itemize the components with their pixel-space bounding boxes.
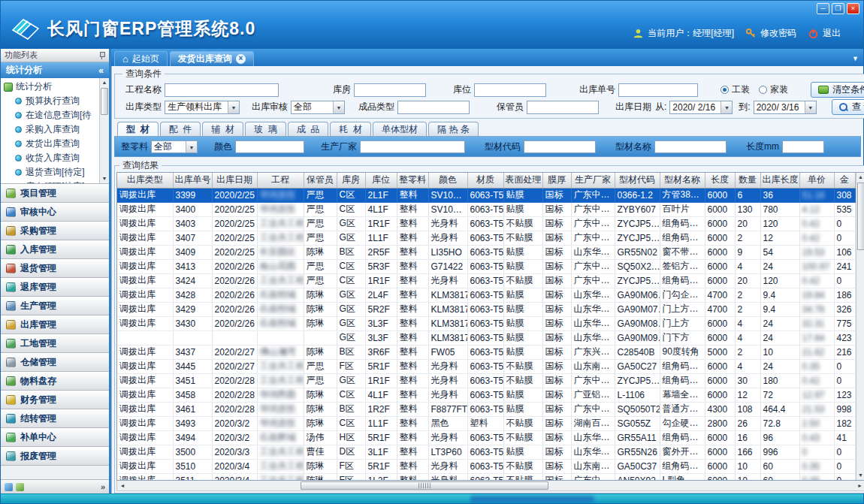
sidebar-tree-item[interactable]: 收货入库查询	[4, 151, 98, 165]
date-from-picker[interactable]: 2020/ 2/16 ▼	[669, 101, 733, 114]
tab-close-icon[interactable]: ×	[236, 54, 246, 64]
sidebar-module[interactable]: 退货管理	[1, 259, 109, 278]
table-row[interactable]: 调拨出库35002020/3/3工业共工程曹佳D区3L1F整料LT3P60606…	[117, 445, 855, 459]
vertical-scrollbar-thumb[interactable]	[857, 183, 864, 250]
audit-select[interactable]: 全部 ▼	[291, 101, 345, 114]
length-input[interactable]	[782, 140, 824, 153]
sidebar-module[interactable]: 生产管理	[1, 297, 109, 315]
tree-scrollbar[interactable]: ▲ ▼	[99, 78, 109, 183]
column-header[interactable]: 工程	[257, 173, 304, 188]
material-tab[interactable]: 单体型材	[373, 122, 427, 136]
column-header[interactable]: 表面处理	[503, 173, 542, 188]
scroll-right-icon[interactable]: ►	[855, 481, 864, 490]
radio-jiazhuang[interactable]	[759, 86, 767, 94]
column-header[interactable]: 生产厂家	[571, 173, 615, 188]
column-header[interactable]: 型材名称	[660, 173, 705, 188]
table-row[interactable]: G区3L3F整料KLM38176063-T5贴膜国标山东华…GA90M09…门下…	[117, 330, 855, 345]
scroll-left-icon[interactable]: ◄	[117, 481, 128, 490]
collapse-icon[interactable]: «	[98, 65, 104, 76]
date-to-picker[interactable]: 2020/ 3/16 ▼	[754, 101, 817, 114]
table-row[interactable]: 调拨出库33992020/2/25华润原投严思C区2L1F整料SV10…6063…	[117, 188, 855, 202]
material-tab[interactable]: 隔 热 条	[428, 122, 479, 136]
sidebar-tree-item[interactable]: 库存管理[待定]	[4, 180, 98, 184]
tabstrip-overflow-chevron-icon[interactable]: ▼	[852, 55, 859, 62]
column-header[interactable]: 库房	[337, 173, 365, 188]
close-button[interactable]: ×	[847, 3, 859, 14]
scroll-down-icon[interactable]: ▼	[856, 471, 864, 480]
more-chevrons-icon[interactable]: »	[101, 482, 105, 491]
sidebar-module[interactable]: 审核中心	[1, 203, 109, 222]
table-row[interactable]: 调拨出库34452020/2/27工业共工程严思F区5R1F整料光身料6063-…	[117, 359, 855, 373]
sidebar-tree-item[interactable]: 采购入库查询	[4, 122, 98, 137]
sidebar-tree-item[interactable]: 预算执行查询	[4, 94, 98, 108]
profile-code-input[interactable]	[524, 140, 596, 153]
table-row[interactable]: 调拨出库34132020/2/26南山花园严思C区5R3F整料G71422606…	[117, 259, 855, 273]
color-input[interactable]	[235, 140, 304, 153]
material-tab[interactable]: 耗 材	[330, 122, 371, 136]
table-row[interactable]: 调拨出库34612020/2/28华润原投陈琳B区1R2F整料F8877FT60…	[117, 402, 855, 416]
column-header[interactable]: 颜色	[428, 173, 467, 188]
column-header[interactable]: 出库单号	[173, 173, 212, 188]
sidebar-tree-item[interactable]: 退货查询[待定]	[4, 165, 98, 180]
sidebar-section-statistics[interactable]: 统计分析 «	[1, 62, 109, 78]
minimize-button[interactable]: ─	[817, 3, 829, 14]
column-header[interactable]: 金	[834, 173, 855, 188]
column-header[interactable]: 数量	[735, 173, 760, 188]
horizontal-scrollbar-thumb[interactable]	[301, 481, 548, 490]
material-tab[interactable]: 型 材	[117, 122, 159, 136]
scroll-down-icon[interactable]: ▼	[100, 174, 109, 183]
sidebar-module[interactable]: 结转管理	[1, 409, 109, 428]
sidebar-module[interactable]: 补单中心	[1, 428, 109, 447]
table-row[interactable]: 调拨出库34032020/2/25工业共工程严思G区1R1F整料光身料6063-…	[117, 216, 855, 231]
table-row[interactable]: 调拨出库35112020/3/4工业共工程陈琳F区1L2F整料光身料6063-T…	[117, 473, 855, 480]
product-type-input[interactable]	[397, 101, 470, 114]
change-password-link[interactable]: 修改密码	[760, 27, 796, 40]
sidebar-module[interactable]: 退库管理	[1, 278, 109, 297]
table-row[interactable]: 调拨出库35102020/3/4工业共工程陈琳F区5R1F整料光身料6063-T…	[117, 459, 855, 473]
column-header[interactable]: 长度	[705, 173, 735, 188]
column-header[interactable]: 膜厚	[542, 173, 571, 188]
sidebar-module[interactable]: 报废管理	[1, 447, 109, 466]
maximize-button[interactable]: ❐	[832, 3, 844, 14]
search-button[interactable]: 查 询	[832, 99, 864, 115]
table-row[interactable]: 调拨出库34942020/3/2石磊辉城汤伟H区5R1F整料光身料6063-T5…	[117, 430, 855, 445]
sidebar-module[interactable]: 入库管理	[1, 240, 109, 259]
tab-shipping-outbound-query[interactable]: 发货出库查询 ×	[170, 51, 254, 66]
material-tab[interactable]: 成 品	[288, 122, 329, 136]
table-row[interactable]: 调拨出库34292020/2/26石磊熙城陈琳G区5R2F整料KLM381760…	[117, 302, 855, 316]
table-row[interactable]: 调拨出库34932020/3/2华润原投陈琳C区1L1F整料黑色塑料不贴膜国标湖…	[117, 416, 855, 430]
sidebar-module[interactable]: 工地管理	[1, 334, 109, 353]
sidebar-module[interactable]: 项目管理	[1, 184, 109, 203]
sidebar-tree-item[interactable]: 发货出库查询	[4, 137, 98, 151]
outbound-order-input[interactable]	[618, 83, 698, 97]
project-name-input[interactable]	[165, 83, 279, 97]
pin-icon[interactable]	[98, 52, 105, 59]
sidebar-module[interactable]: 仓储管理	[1, 353, 109, 372]
sidebar-tree-item[interactable]: 在途信息查询[待	[4, 108, 98, 122]
table-row[interactable]: 调拨出库34092020/2/25长安园区陈琳B区2R5F整料LI35HO606…	[117, 245, 855, 259]
tree-root-item[interactable]: 统计分析	[4, 80, 98, 94]
column-header[interactable]: 出库长度	[760, 173, 799, 188]
table-row[interactable]: 调拨出库34242020/2/26工业共工程严思C区1R1F整料光身料6063-…	[117, 273, 855, 288]
vertical-scrollbar[interactable]: ▲ ▼	[856, 173, 864, 480]
scroll-up-icon[interactable]: ▲	[100, 78, 109, 87]
column-header[interactable]: 型材代码	[615, 173, 660, 188]
table-row[interactable]: 调拨出库34002020/2/25华润原投严思C区4L1F整料SV10…6063…	[117, 202, 855, 216]
location-input[interactable]	[474, 83, 546, 97]
column-header[interactable]: 库位	[365, 173, 397, 188]
sidebar-module[interactable]: 财务管理	[1, 391, 109, 409]
scroll-up-icon[interactable]: ▲	[856, 173, 864, 182]
tab-home[interactable]: ⌂ 起始页	[114, 51, 168, 66]
sidebar-module[interactable]: 物料盘存	[1, 372, 109, 391]
column-header[interactable]: 单价	[799, 173, 834, 188]
material-tab[interactable]: 辅 材	[202, 122, 243, 136]
table-row[interactable]: 调拨出库34282020/2/26石磊熙城陈琳G区2L4F整料KLM381760…	[117, 288, 855, 302]
whole-part-select[interactable]: 全部 ▼	[151, 140, 198, 153]
column-header[interactable]: 材质	[467, 173, 503, 188]
sidebar-module[interactable]: 出库管理	[1, 315, 109, 334]
radio-gongzhuang[interactable]	[721, 86, 729, 94]
table-row[interactable]: 调拨出库34302020/2/26石磊熙城陈琳G区3L3F整料KLM381760…	[117, 316, 855, 330]
panel-list-icon[interactable]	[16, 483, 24, 491]
table-row[interactable]: 调拨出库34582020/2/28华润西园陈琳C区4L1F整料光身料6063-T…	[117, 388, 855, 402]
horizontal-scrollbar[interactable]: ◄ ►	[116, 481, 864, 491]
